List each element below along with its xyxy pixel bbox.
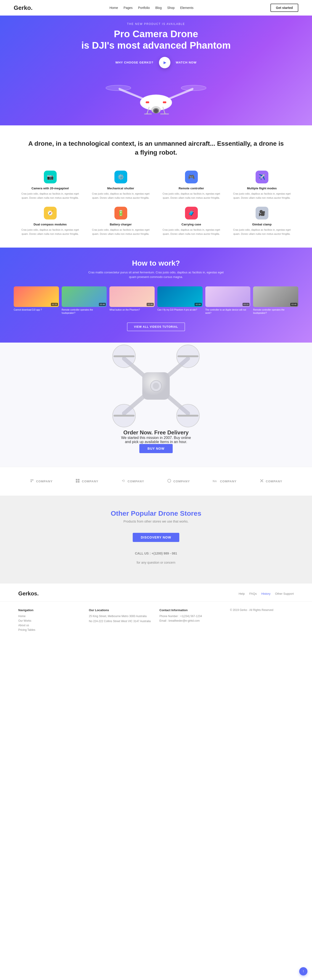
- feature-item: 🧳 Carrying case Cras justo odio, dapibus…: [159, 207, 223, 236]
- stores-subtitle: Products from other stores we use that w…: [18, 520, 294, 523]
- footer-link-history[interactable]: History: [261, 592, 271, 595]
- brand-item: COMPANY: [75, 479, 98, 484]
- feature-desc: Cras justo odio, dapibus ac facilisis in…: [230, 228, 294, 236]
- feature-item: 🎮 Remote controller Cras justo odio, dap…: [159, 170, 223, 200]
- nav-logo: Gerko.: [14, 4, 32, 11]
- video-card[interactable]: 02:08 Can I fly my DJI Phantom 4 pro at …: [158, 286, 202, 315]
- video-duration: 02:08: [194, 303, 202, 306]
- video-card[interactable]: 03:48 Remote controller operates the lou…: [62, 286, 107, 315]
- video-duration: 03:48: [290, 303, 298, 306]
- video-duration: 03:48: [99, 303, 106, 306]
- logo-text: Gerko.: [14, 4, 32, 11]
- feature-desc: Cras justo odio, dapibus ac facilisis in…: [89, 228, 153, 236]
- brand-name: COMPANY: [220, 480, 236, 483]
- how-title: How to work?: [14, 259, 298, 267]
- watch-now-button[interactable]: WATCH NOW: [176, 61, 197, 64]
- feature-desc: Cras justo odio, dapibus ac facilisis in…: [159, 192, 223, 200]
- drone-svg: [106, 66, 206, 126]
- stores-title-colored: Drone Stores: [158, 509, 201, 517]
- footer-link-faqs[interactable]: FAQs: [249, 592, 257, 595]
- how-subtitle: Cras mattis consectetur purus sit amet f…: [88, 270, 224, 280]
- footer-location-1: 25 King Street, Melbourne Metro 3000 Aus…: [89, 614, 153, 618]
- feature-desc: Cras justo odio, dapibus ac facilisis in…: [230, 192, 294, 200]
- buy-now-button[interactable]: BUY NOW: [139, 444, 173, 453]
- brand-name: COMPANY: [128, 480, 144, 483]
- hero-title: Pro Camera Drone is DJI's most advanced …: [81, 28, 231, 51]
- brands-section: COMPANY COMPANY ⟲ COMPANY COMPANY N∧ COM…: [0, 467, 312, 496]
- feature-title: Carrying case: [159, 223, 223, 226]
- brand-icon: N∧: [213, 479, 218, 484]
- feature-title: Camera with 20-megapixel: [18, 186, 82, 190]
- footer-locations-list: 25 King Street, Melbourne Metro 3000 Aus…: [89, 614, 153, 623]
- footer-location-2: No 224-222 Collins Street West VIC 3147 …: [89, 620, 153, 623]
- drone-top-view: [110, 342, 202, 430]
- call-us-label: CALL US : +(1200) 989 - 081: [18, 552, 294, 555]
- svg-rect-33: [78, 479, 80, 480]
- how-section: How to work? Cras mattis consectetur pur…: [0, 248, 312, 343]
- footer-logo-text: Gerkos.: [18, 590, 38, 597]
- why-choose-button[interactable]: WHY CHOOSE GERKO?: [115, 61, 153, 64]
- video-label: Cannot download DJI app ?: [14, 308, 59, 312]
- hero-drone-image: [0, 66, 312, 126]
- feature-icon: ✈️: [256, 170, 268, 183]
- footer-contact-list: Phone Number : +1(234) 567-1234 Email : …: [159, 614, 223, 622]
- svg-rect-9: [163, 102, 166, 103]
- video-label: Remote controller operates the loudspeak…: [62, 308, 107, 315]
- get-started-button[interactable]: Get started: [271, 4, 298, 12]
- video-thumbnail: 03:15: [205, 286, 251, 307]
- stores-section: Other Popular Drone Stores Products from…: [0, 496, 312, 584]
- feature-icon: 🔋: [115, 207, 127, 220]
- footer-nav-works[interactable]: Our Works: [18, 619, 31, 622]
- feature-icon: 🎮: [185, 170, 198, 183]
- footer-link-support[interactable]: Other Support: [275, 592, 294, 595]
- hero-title-line1: Pro Camera Drone: [114, 29, 198, 39]
- view-all-button[interactable]: VIEW ALL VIDEOS TUTORIAL: [127, 323, 185, 331]
- nav-home[interactable]: Home: [110, 6, 118, 10]
- discover-button[interactable]: DISCOVERY NOW: [133, 533, 180, 542]
- video-card[interactable]: 02:25 Cannot download DJI app ?: [14, 286, 59, 315]
- footer-nav-list: Home Our Works About us Pricing Tables: [18, 614, 82, 632]
- video-card[interactable]: 03:48 Remote controller operates the lou…: [253, 286, 298, 315]
- nav-elements[interactable]: Elements: [180, 6, 193, 10]
- footer-nav-pricing[interactable]: Pricing Tables: [18, 628, 35, 632]
- video-label: Remote controller operates the loudspeak…: [253, 308, 298, 315]
- feature-icon: 🧭: [44, 207, 57, 220]
- stores-title-plain: Other Popular: [111, 509, 158, 517]
- video-card[interactable]: 02:40 What button on the Phantom?: [110, 286, 154, 315]
- svg-text:⟲: ⟲: [122, 479, 125, 483]
- video-thumbnail: 02:25: [14, 286, 59, 307]
- footer: Navigation Home Our Works About us Prici…: [0, 601, 312, 640]
- feature-desc: Cras justo odio, dapibus ac facilisis in…: [89, 192, 153, 200]
- brand-item: COMPANY: [30, 479, 53, 484]
- brand-name: COMPANY: [82, 480, 98, 483]
- drone-top-svg: [110, 342, 202, 430]
- footer-nav-about[interactable]: About us: [18, 624, 29, 627]
- footer-col-locations: Our Locations 25 King Street, Melbourne …: [89, 608, 153, 633]
- footer-logo-bar: Gerkos. Help FAQs History Other Support: [0, 584, 312, 601]
- nav-portfolio[interactable]: Portfolio: [138, 6, 150, 10]
- video-card[interactable]: 03:15 The controller to an Apple device …: [205, 286, 251, 315]
- footer-link-help[interactable]: Help: [239, 592, 245, 595]
- feature-icon: ⚙️: [115, 170, 127, 183]
- svg-point-5: [181, 85, 206, 91]
- nav-blog[interactable]: Blog: [155, 6, 162, 10]
- svg-rect-32: [76, 479, 77, 480]
- feature-item: ⚙️ Mechanical shutter Cras justo odio, d…: [89, 170, 153, 200]
- about-heading: A drone, in a technological context, is …: [27, 139, 285, 157]
- brand-name: COMPANY: [174, 480, 190, 483]
- video-thumbnail: 03:48: [62, 286, 107, 307]
- nav-shop[interactable]: Shop: [167, 6, 175, 10]
- stores-title: Other Popular Drone Stores: [18, 509, 294, 517]
- brand-icon: [259, 479, 264, 484]
- footer-col-locations-title: Our Locations: [89, 608, 153, 612]
- footer-col-copyright: © 2019 Gerko · All Rights Reserved: [230, 608, 294, 633]
- feature-desc: Cras justo odio, dapibus ac facilisis in…: [159, 228, 223, 236]
- nav-pages[interactable]: Pages: [124, 6, 133, 10]
- video-duration: 03:15: [243, 303, 250, 306]
- svg-rect-35: [78, 481, 80, 482]
- feature-title: Gimbal clamp: [230, 223, 294, 226]
- feature-item: ✈️ Multiple flight modes Cras justo odio…: [230, 170, 294, 200]
- footer-nav-home[interactable]: Home: [18, 614, 25, 618]
- video-label: The controller to an Apple device will n…: [205, 308, 251, 315]
- svg-point-4: [106, 85, 131, 91]
